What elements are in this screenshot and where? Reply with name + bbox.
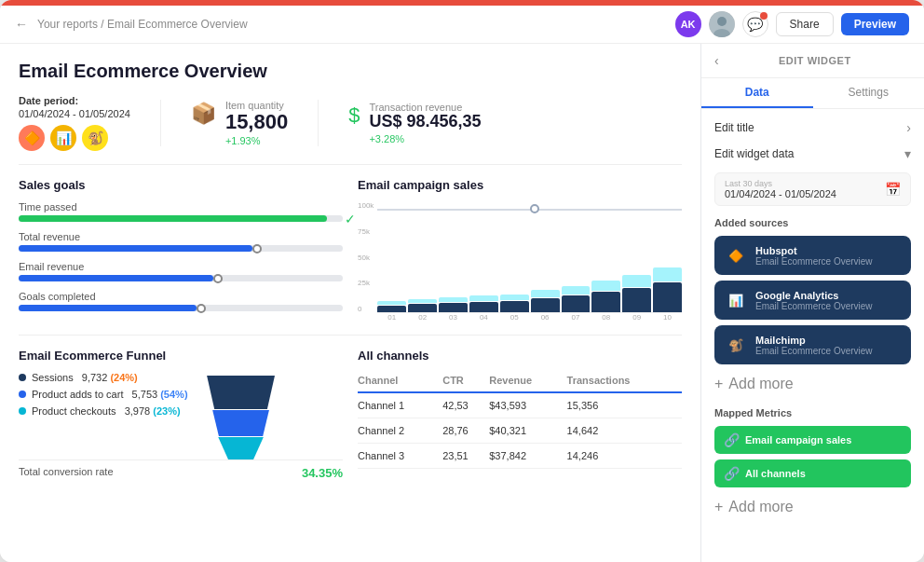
add-icon: + <box>714 376 723 392</box>
notification-button[interactable]: 💬 <box>742 11 768 37</box>
goal-item: Goals completed <box>19 291 343 311</box>
funnel-total: Total conversion rate 34.35% <box>19 459 343 480</box>
add-metric-icon: + <box>714 499 723 515</box>
channels-title: All channels <box>358 349 682 363</box>
preview-button[interactable]: Preview <box>841 13 909 35</box>
sidebar-back-button[interactable]: ‹ <box>714 53 719 68</box>
svg-point-1 <box>717 17 727 26</box>
edit-widget-data-arrow: ▾ <box>904 146 911 161</box>
column-header: CTR <box>442 372 489 392</box>
edit-title-row[interactable]: Edit title › <box>714 120 911 135</box>
metric-pill-icon: 🔗 <box>724 432 740 447</box>
item-quantity-value: 15,800 <box>225 111 288 133</box>
tab-data[interactable]: Data <box>701 78 813 108</box>
goals-list: Time passed✓Total revenueEmail revenueGo… <box>19 201 343 311</box>
sources-list: 🔶HubspotEmail Ecommerce Overview📊Google … <box>714 236 911 364</box>
column-header: Revenue <box>489 372 566 392</box>
table-row: Channel 228,76$40,32114,642 <box>358 418 682 444</box>
date-range: 01/04/2024 - 01/05/2024 <box>19 108 130 119</box>
channels-header-row: ChannelCTRRevenueTransactions <box>358 372 682 392</box>
back-button[interactable]: ← <box>15 17 28 32</box>
item-quantity-change: +1.93% <box>225 135 288 146</box>
notification-dot <box>760 12 768 20</box>
funnel-shape <box>199 376 283 459</box>
calendar-icon: 📅 <box>885 182 901 197</box>
source-card[interactable]: 🔶HubspotEmail Ecommerce Overview <box>714 236 911 275</box>
chart-dot <box>530 204 539 213</box>
metric-pill[interactable]: 🔗All channels <box>714 459 911 487</box>
goal-item: Total revenue <box>19 231 343 252</box>
funnel-title: Email Ecommerce Funnel <box>19 349 343 363</box>
transaction-revenue-change: +3.28% <box>369 133 481 144</box>
add-metric-button[interactable]: + Add more <box>714 493 911 521</box>
channels-table: ChannelCTRRevenueTransactions Channel 14… <box>358 372 682 469</box>
metric-pill-icon: 🔗 <box>724 466 740 481</box>
metric-pill[interactable]: 🔗Email campaign sales <box>714 426 911 454</box>
table-row: Channel 323,51$37,84214,246 <box>358 444 682 469</box>
metrics-list: 🔗Email campaign sales🔗All channels <box>714 426 911 487</box>
hubspot-icon: 🔶 <box>19 125 45 151</box>
goal-item: Email revenue <box>19 261 343 281</box>
mailchimp-icon: 🐒 <box>82 125 108 151</box>
edit-title-arrow: › <box>906 120 911 135</box>
email-campaign-title: Email campaign sales <box>358 178 682 192</box>
funnel-item: Product adds to cart 5,753 (54%) <box>19 389 188 400</box>
item-quantity-icon: 📦 <box>191 102 216 126</box>
chart-x-labels: 01020304050607080910 <box>377 313 682 322</box>
avatar-ak[interactable]: AK <box>675 11 701 37</box>
column-header: Transactions <box>567 372 682 392</box>
transaction-revenue-value: US$ 98.456,35 <box>369 113 481 131</box>
google-analytics-icon: 📊 <box>50 125 76 151</box>
page-title: Email Ecommerce Overview <box>19 61 682 82</box>
goal-item: Time passed✓ <box>19 201 343 222</box>
edit-widget-data-row[interactable]: Edit widget data ▾ <box>714 146 911 161</box>
sidebar-title: EDIT WIDGET <box>779 55 851 66</box>
source-card[interactable]: 📊Google AnalyticsEmail Ecommerce Overvie… <box>714 281 911 320</box>
chart-line-row <box>377 201 682 220</box>
tab-settings[interactable]: Settings <box>813 78 925 108</box>
date-label: Date period: <box>19 95 130 106</box>
chart-bars <box>377 220 682 313</box>
added-sources-title: Added sources <box>714 217 911 228</box>
add-source-button[interactable]: + Add more <box>714 370 911 398</box>
funnel-item: Product checkouts 3,978 (23%) <box>19 405 188 417</box>
sales-goals-title: Sales goals <box>19 178 343 192</box>
share-button[interactable]: Share <box>776 12 834 36</box>
revenue-icon: $ <box>348 103 360 128</box>
avatar-photo[interactable] <box>709 11 735 37</box>
column-header: Channel <box>358 372 442 392</box>
breadcrumb: Your reports / Email Ecommerce Overview <box>37 18 675 31</box>
table-row: Channel 142,53$43,59315,356 <box>358 392 682 418</box>
funnel-legend: Sessions 9,732 (24%)Product adds to cart… <box>19 372 188 452</box>
funnel-item: Sessions 9,732 (24%) <box>19 372 188 383</box>
mapped-metrics-title: Mapped Metrics <box>714 407 911 418</box>
channels-body: Channel 142,53$43,59315,356Channel 228,7… <box>358 392 682 469</box>
source-card[interactable]: 🐒MailchimpEmail Ecommerce Overview <box>714 325 911 364</box>
date-picker[interactable]: Last 30 days 01/04/2024 - 01/05/2024 📅 <box>714 172 911 206</box>
chart-y-axis: 100k75k50k25k0 <box>358 201 374 313</box>
